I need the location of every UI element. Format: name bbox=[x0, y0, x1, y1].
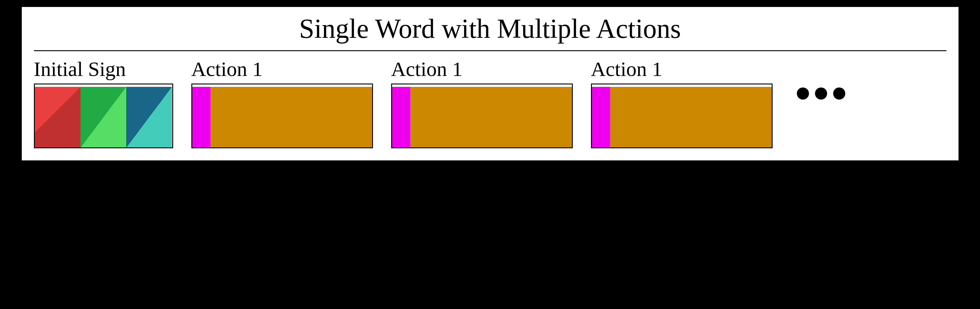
action-3-colors bbox=[592, 87, 772, 147]
initial-sign-inner bbox=[34, 84, 173, 148]
action-2-label: Action 1 bbox=[391, 57, 463, 81]
action-block-2: Action 1 bbox=[391, 57, 573, 148]
action-2-inner bbox=[391, 84, 573, 148]
action-block-1: Action 1 bbox=[191, 57, 373, 148]
ellipsis-dots bbox=[791, 57, 845, 100]
action-3-label: Action 1 bbox=[591, 57, 662, 81]
action-block-3: Action 1 bbox=[591, 57, 773, 148]
initial-sign-label: Initial Sign bbox=[34, 57, 126, 81]
action-1-inner bbox=[191, 84, 373, 148]
sign-bar bbox=[35, 84, 172, 87]
dot-1 bbox=[797, 87, 809, 100]
action-3-magenta bbox=[592, 87, 610, 147]
action-1-magenta bbox=[192, 87, 210, 147]
content-row: Initial Sign Action 1 bbox=[34, 50, 947, 148]
page-title: Single Word with Multiple Actions bbox=[34, 13, 947, 44]
action-2-magenta bbox=[392, 87, 410, 147]
action-2-colors bbox=[392, 87, 572, 147]
action-1-bar bbox=[192, 84, 372, 87]
action-3-bar bbox=[592, 84, 772, 87]
initial-sign-block: Initial Sign bbox=[34, 57, 173, 148]
green-color-block bbox=[81, 87, 126, 147]
red-color-block bbox=[35, 87, 81, 147]
action-3-gold bbox=[610, 87, 772, 147]
action-2-gold bbox=[410, 87, 572, 147]
main-container: Single Word with Multiple Actions Initia… bbox=[21, 6, 959, 161]
dot-2 bbox=[815, 87, 827, 100]
dot-3 bbox=[833, 87, 845, 100]
action-1-gold bbox=[210, 87, 372, 147]
action-2-bar bbox=[392, 84, 572, 87]
action-1-colors bbox=[192, 87, 372, 147]
sign-colors bbox=[35, 87, 172, 147]
action-1-label: Action 1 bbox=[191, 57, 263, 81]
teal-color-block bbox=[126, 87, 172, 147]
action-3-inner bbox=[591, 84, 773, 148]
